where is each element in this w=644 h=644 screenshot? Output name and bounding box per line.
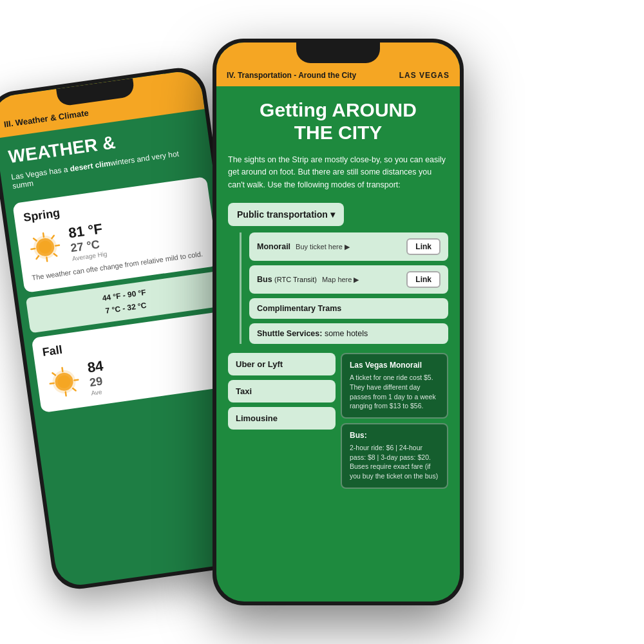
front-header-left: IV. Transportation - Around the City xyxy=(227,71,356,80)
monorail-link-btn[interactable]: Link xyxy=(406,238,440,255)
monorail-label: Monorail xyxy=(257,242,290,251)
monorail-info-title: Las Vegas Monorail xyxy=(350,361,439,370)
bottom-grid: Uber or Lyft Taxi Limousine Las Vegas Mo… xyxy=(228,353,448,489)
pub-trans-dropdown[interactable]: Public transportation ▾ xyxy=(228,203,344,226)
mode-uber[interactable]: Uber or Lyft xyxy=(228,353,336,375)
bus-label: Bus (RTC Transit) xyxy=(257,275,317,284)
bus-info-title: Bus: xyxy=(350,431,439,440)
front-header-right: LAS VEGAS xyxy=(399,71,450,80)
bus-link-btn[interactable]: Link xyxy=(406,271,440,288)
shuttle-item: Shuttle Services: some hotels xyxy=(249,323,448,344)
trams-item: Complimentary Trams xyxy=(249,298,448,319)
svg-point-19 xyxy=(51,368,77,395)
shuttle-label: Shuttle Services: some hotels xyxy=(257,329,368,338)
monorail-info-text: A ticket for one ride cost $5. They have… xyxy=(350,373,439,411)
back-header-label: III. Weather & Climate xyxy=(3,108,89,129)
trams-label: Complimentary Trams xyxy=(257,304,341,313)
mode-list: Uber or Lyft Taxi Limousine xyxy=(228,353,336,489)
front-phone-notch xyxy=(296,43,380,63)
sub-items-list: Monorail Buy ticket here ▶ Link Bus (RTC… xyxy=(240,232,448,344)
monorail-item: Monorail Buy ticket here ▶ Link xyxy=(249,232,448,261)
main-title: Getting AROUND THE CITY xyxy=(228,99,448,144)
fall-sun-icon xyxy=(44,362,84,401)
monorail-info-card: Las Vegas Monorail A ticket for one ride… xyxy=(341,353,448,419)
intro-text: The sights on the Strip are mostly close… xyxy=(228,154,448,191)
bus-info-text: 2-hour ride: $6 | 24-hour pass: $8 | 3-d… xyxy=(350,443,439,481)
mode-taxi[interactable]: Taxi xyxy=(228,380,336,402)
sun-icon xyxy=(26,227,65,267)
svg-point-10 xyxy=(32,234,59,261)
bus-info-card: Bus: 2-hour ride: $6 | 24-hour pass: $8 … xyxy=(341,423,448,489)
info-cards: Las Vegas Monorail A ticket for one ride… xyxy=(341,353,448,489)
front-header: IV. Transportation - Around the City LAS… xyxy=(216,67,460,86)
mode-limo[interactable]: Limousine xyxy=(228,407,336,430)
monorail-action[interactable]: Buy ticket here ▶ xyxy=(296,243,401,251)
front-phone: IV. Transportation - Around the City LAS… xyxy=(213,39,464,605)
bus-action[interactable]: Map here ▶ xyxy=(322,276,401,284)
bus-item: Bus (RTC Transit) Map here ▶ Link xyxy=(249,265,448,294)
front-content: Getting AROUND THE CITY The sights on th… xyxy=(216,86,460,499)
